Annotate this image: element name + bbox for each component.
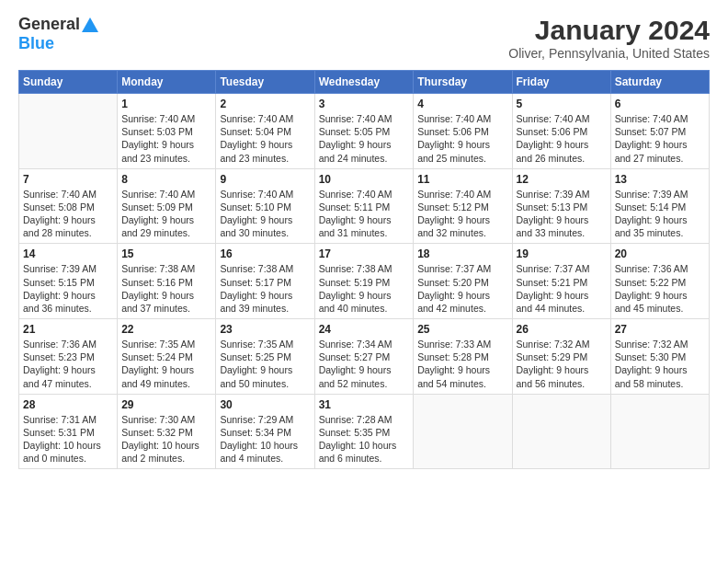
day-info: Sunrise: 7:40 AM Sunset: 5:11 PM Dayligh… [319, 188, 410, 240]
calendar-cell: 7Sunrise: 7:40 AM Sunset: 5:08 PM Daylig… [19, 168, 118, 244]
day-info: Sunrise: 7:30 AM Sunset: 5:32 PM Dayligh… [121, 413, 211, 465]
day-number: 24 [319, 323, 410, 336]
calendar-cell: 1Sunrise: 7:40 AM Sunset: 5:03 PM Daylig… [118, 94, 216, 169]
title-block: January 2024 Oliver, Pennsylvania, Unite… [508, 15, 710, 61]
calendar-cell [512, 394, 610, 469]
day-number: 19 [517, 247, 607, 260]
calendar-cell: 12Sunrise: 7:39 AM Sunset: 5:13 PM Dayli… [512, 168, 610, 244]
day-info: Sunrise: 7:36 AM Sunset: 5:22 PM Dayligh… [615, 262, 705, 315]
calendar-cell: 17Sunrise: 7:38 AM Sunset: 5:19 PM Dayli… [314, 244, 414, 319]
day-info: Sunrise: 7:40 AM Sunset: 5:04 PM Dayligh… [220, 112, 310, 165]
day-info: Sunrise: 7:38 AM Sunset: 5:16 PM Dayligh… [121, 262, 211, 315]
day-number: 2 [220, 98, 310, 110]
day-info: Sunrise: 7:40 AM Sunset: 5:07 PM Dayligh… [615, 112, 705, 165]
day-number: 26 [517, 323, 607, 336]
calendar-day-header: Tuesday [216, 71, 314, 94]
calendar-week-row: 1Sunrise: 7:40 AM Sunset: 5:03 PM Daylig… [19, 94, 710, 169]
day-number: 10 [319, 173, 410, 186]
calendar-cell: 8Sunrise: 7:40 AM Sunset: 5:09 PM Daylig… [118, 168, 216, 244]
day-info: Sunrise: 7:39 AM Sunset: 5:13 PM Dayligh… [517, 188, 607, 240]
calendar-cell: 11Sunrise: 7:40 AM Sunset: 5:12 PM Dayli… [414, 168, 512, 244]
day-info: Sunrise: 7:38 AM Sunset: 5:17 PM Dayligh… [220, 262, 310, 315]
calendar-cell: 9Sunrise: 7:40 AM Sunset: 5:10 PM Daylig… [216, 168, 314, 244]
calendar-day-header: Thursday [414, 71, 512, 94]
calendar-cell: 2Sunrise: 7:40 AM Sunset: 5:04 PM Daylig… [216, 94, 314, 169]
header: General Blue January 2024 Oliver, Pennsy… [18, 15, 710, 61]
calendar-cell: 19Sunrise: 7:37 AM Sunset: 5:21 PM Dayli… [512, 244, 610, 319]
day-info: Sunrise: 7:39 AM Sunset: 5:14 PM Dayligh… [615, 188, 705, 240]
day-number: 25 [417, 323, 507, 336]
calendar-cell: 28Sunrise: 7:31 AM Sunset: 5:31 PM Dayli… [19, 394, 118, 469]
day-number: 16 [220, 247, 310, 260]
calendar-day-header: Monday [118, 71, 216, 94]
day-info: Sunrise: 7:40 AM Sunset: 5:05 PM Dayligh… [319, 112, 410, 165]
svg-marker-0 [82, 17, 98, 31]
day-number: 14 [23, 247, 113, 260]
day-number: 15 [121, 247, 211, 260]
day-info: Sunrise: 7:37 AM Sunset: 5:20 PM Dayligh… [417, 262, 507, 315]
logo-general: General [18, 15, 80, 34]
day-number: 18 [417, 247, 507, 260]
day-number: 3 [319, 98, 410, 110]
day-info: Sunrise: 7:37 AM Sunset: 5:21 PM Dayligh… [517, 262, 607, 315]
calendar-cell: 14Sunrise: 7:39 AM Sunset: 5:15 PM Dayli… [19, 244, 118, 319]
calendar-cell: 4Sunrise: 7:40 AM Sunset: 5:06 PM Daylig… [414, 94, 512, 169]
calendar-cell: 29Sunrise: 7:30 AM Sunset: 5:32 PM Dayli… [118, 394, 216, 469]
day-info: Sunrise: 7:40 AM Sunset: 5:09 PM Dayligh… [121, 188, 211, 240]
calendar-table: SundayMondayTuesdayWednesdayThursdayFrid… [18, 70, 710, 469]
calendar-day-header: Saturday [610, 71, 709, 94]
logo-icon [82, 17, 98, 33]
day-number: 20 [615, 247, 705, 260]
calendar-cell: 22Sunrise: 7:35 AM Sunset: 5:24 PM Dayli… [118, 319, 216, 395]
calendar-day-header: Friday [512, 71, 610, 94]
calendar-cell: 24Sunrise: 7:34 AM Sunset: 5:27 PM Dayli… [314, 319, 414, 395]
day-info: Sunrise: 7:31 AM Sunset: 5:31 PM Dayligh… [23, 413, 113, 465]
day-info: Sunrise: 7:28 AM Sunset: 5:35 PM Dayligh… [319, 413, 410, 465]
day-number: 9 [220, 173, 310, 186]
logo-text: General [18, 15, 98, 34]
day-info: Sunrise: 7:40 AM Sunset: 5:08 PM Dayligh… [23, 188, 113, 240]
calendar-cell: 30Sunrise: 7:29 AM Sunset: 5:34 PM Dayli… [216, 394, 314, 469]
calendar-cell: 20Sunrise: 7:36 AM Sunset: 5:22 PM Dayli… [610, 244, 709, 319]
day-number: 17 [319, 247, 410, 260]
calendar-cell: 3Sunrise: 7:40 AM Sunset: 5:05 PM Daylig… [314, 94, 414, 169]
page: General Blue January 2024 Oliver, Pennsy… [0, 0, 728, 563]
day-number: 6 [615, 98, 705, 110]
day-info: Sunrise: 7:40 AM Sunset: 5:12 PM Dayligh… [417, 188, 507, 240]
calendar-cell: 21Sunrise: 7:36 AM Sunset: 5:23 PM Dayli… [19, 319, 118, 395]
day-number: 31 [319, 398, 410, 411]
day-info: Sunrise: 7:38 AM Sunset: 5:19 PM Dayligh… [319, 262, 410, 315]
day-info: Sunrise: 7:39 AM Sunset: 5:15 PM Dayligh… [23, 262, 113, 315]
calendar-week-row: 21Sunrise: 7:36 AM Sunset: 5:23 PM Dayli… [19, 319, 710, 395]
day-number: 4 [417, 98, 507, 110]
day-info: Sunrise: 7:35 AM Sunset: 5:24 PM Dayligh… [121, 338, 211, 390]
calendar-cell: 18Sunrise: 7:37 AM Sunset: 5:20 PM Dayli… [414, 244, 512, 319]
calendar-cell: 13Sunrise: 7:39 AM Sunset: 5:14 PM Dayli… [610, 168, 709, 244]
calendar-cell [610, 394, 709, 469]
calendar-cell: 10Sunrise: 7:40 AM Sunset: 5:11 PM Dayli… [314, 168, 414, 244]
day-number: 5 [517, 98, 607, 110]
logo: General Blue [18, 15, 98, 53]
day-number: 8 [121, 173, 211, 186]
day-info: Sunrise: 7:40 AM Sunset: 5:06 PM Dayligh… [517, 112, 607, 165]
calendar-cell: 15Sunrise: 7:38 AM Sunset: 5:16 PM Dayli… [118, 244, 216, 319]
day-info: Sunrise: 7:35 AM Sunset: 5:25 PM Dayligh… [220, 338, 310, 390]
day-number: 22 [121, 323, 211, 336]
main-title: January 2024 [508, 15, 710, 46]
calendar-cell [414, 394, 512, 469]
day-info: Sunrise: 7:40 AM Sunset: 5:10 PM Dayligh… [220, 188, 310, 240]
calendar-cell: 25Sunrise: 7:33 AM Sunset: 5:28 PM Dayli… [414, 319, 512, 395]
calendar-week-row: 14Sunrise: 7:39 AM Sunset: 5:15 PM Dayli… [19, 244, 710, 319]
calendar-cell: 6Sunrise: 7:40 AM Sunset: 5:07 PM Daylig… [610, 94, 709, 169]
day-number: 27 [615, 323, 705, 336]
calendar-day-header: Wednesday [314, 71, 414, 94]
day-number: 13 [615, 173, 705, 186]
calendar-cell [19, 94, 118, 169]
calendar-cell: 16Sunrise: 7:38 AM Sunset: 5:17 PM Dayli… [216, 244, 314, 319]
day-info: Sunrise: 7:33 AM Sunset: 5:28 PM Dayligh… [417, 338, 507, 390]
calendar-cell: 31Sunrise: 7:28 AM Sunset: 5:35 PM Dayli… [314, 394, 414, 469]
day-number: 30 [220, 398, 310, 411]
day-number: 1 [121, 98, 211, 110]
day-info: Sunrise: 7:36 AM Sunset: 5:23 PM Dayligh… [23, 338, 113, 390]
day-info: Sunrise: 7:34 AM Sunset: 5:27 PM Dayligh… [319, 338, 410, 390]
